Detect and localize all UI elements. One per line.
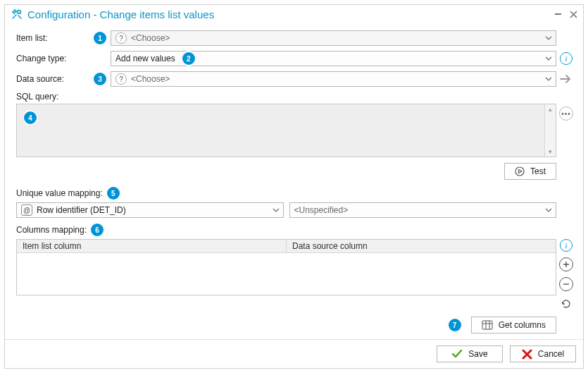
grid-body[interactable] xyxy=(17,253,556,295)
uvm-right-value: <Unspecified> xyxy=(294,205,349,215)
window-controls xyxy=(555,11,577,18)
grid-header: Item list column Data source column xyxy=(17,240,556,253)
help-icon[interactable]: ? xyxy=(115,32,127,44)
callout-1: 1 xyxy=(94,32,106,44)
row-data-source: Data source: 3 ? <Choose> xyxy=(16,71,576,87)
label-columns-mapping: Columns mapping: xyxy=(16,225,87,235)
label-change-type: Change type: xyxy=(16,54,94,63)
change-type-value: Add new values xyxy=(115,54,175,63)
change-type-select[interactable]: Add new values 2 xyxy=(111,51,556,66)
uvm-right-select[interactable]: <Unspecified> xyxy=(289,202,557,218)
get-columns-button[interactable]: Get columns xyxy=(471,317,556,334)
info-icon[interactable]: i xyxy=(560,52,573,65)
data-source-select[interactable]: ? <Choose> xyxy=(111,71,556,87)
data-source-placeholder: <Choose> xyxy=(131,74,170,84)
get-columns-label: Get columns xyxy=(499,320,546,330)
titlebar: Configuration - Change items list values xyxy=(5,5,583,22)
cancel-button[interactable]: Cancel xyxy=(510,346,576,362)
chevron-down-icon xyxy=(544,54,553,63)
chevron-down-icon xyxy=(272,205,280,215)
cancel-icon xyxy=(522,349,532,360)
callout-7: 7 xyxy=(449,319,461,331)
dialog-footer: Save Cancel xyxy=(5,339,583,368)
play-icon xyxy=(515,166,525,176)
svg-rect-3 xyxy=(482,321,492,329)
grid-col-item-list[interactable]: Item list column xyxy=(17,240,287,252)
callout-3: 3 xyxy=(94,73,106,85)
config-dialog: Configuration - Change items list values… xyxy=(4,4,584,369)
at-icon: @ xyxy=(21,204,32,216)
check-icon xyxy=(451,349,463,359)
callout-5: 5 xyxy=(107,187,120,200)
label-data-source: Data source: xyxy=(16,74,94,84)
save-label: Save xyxy=(468,349,487,359)
item-list-placeholder: <Choose> xyxy=(131,33,170,43)
label-sql-query: SQL query: xyxy=(16,92,576,102)
content-area: Item list: 1 ? <Choose> Change type: Add… xyxy=(5,30,583,339)
scroll-up-icon[interactable]: ▴ xyxy=(549,106,552,113)
callout-4: 4 xyxy=(24,111,37,124)
save-button[interactable]: Save xyxy=(437,346,503,362)
test-button[interactable]: Test xyxy=(504,163,556,180)
columns-icon xyxy=(482,320,493,330)
svg-point-0 xyxy=(18,11,21,14)
remove-row-icon[interactable] xyxy=(559,277,573,291)
grid-col-data-source[interactable]: Data source column xyxy=(287,240,556,252)
sql-query-editor[interactable]: 4 ▴ ▾ xyxy=(16,104,556,157)
sql-scrollbar[interactable]: ▴ ▾ xyxy=(544,104,556,157)
callout-6: 6 xyxy=(91,224,104,236)
scroll-down-icon[interactable]: ▾ xyxy=(549,148,552,155)
cancel-label: Cancel xyxy=(538,349,564,359)
test-button-label: Test xyxy=(530,166,546,176)
help-icon[interactable]: ? xyxy=(115,73,127,85)
uvm-left-select[interactable]: @ Row identifier (DET_ID) xyxy=(16,202,284,218)
callout-2: 2 xyxy=(182,52,195,65)
minimize-icon[interactable] xyxy=(555,11,563,18)
chevron-down-icon xyxy=(544,74,553,84)
row-item-list: Item list: 1 ? <Choose> xyxy=(16,30,576,46)
row-change-type: Change type: Add new values 2 i xyxy=(16,51,576,66)
svg-rect-1 xyxy=(555,13,561,15)
label-unique-mapping: Unique value mapping: xyxy=(16,188,103,198)
grid-side-toolbar: i xyxy=(556,239,576,311)
label-item-list: Item list: xyxy=(16,33,94,43)
expand-editor-icon[interactable]: ••• xyxy=(559,106,573,121)
add-row-icon[interactable] xyxy=(559,257,573,271)
columns-mapping-grid[interactable]: Item list column Data source column xyxy=(16,239,556,295)
tools-icon xyxy=(11,8,23,20)
uvm-left-value: Row identifier (DET_ID) xyxy=(37,205,126,215)
refresh-icon[interactable] xyxy=(559,297,573,311)
goto-icon[interactable] xyxy=(558,71,574,87)
window-title: Configuration - Change items list values xyxy=(27,8,555,20)
close-icon[interactable] xyxy=(570,11,577,18)
svg-point-2 xyxy=(515,167,524,176)
chevron-down-icon xyxy=(544,205,553,215)
chevron-down-icon xyxy=(544,33,553,43)
info-icon[interactable]: i xyxy=(560,239,573,252)
item-list-select[interactable]: ? <Choose> xyxy=(111,30,556,46)
